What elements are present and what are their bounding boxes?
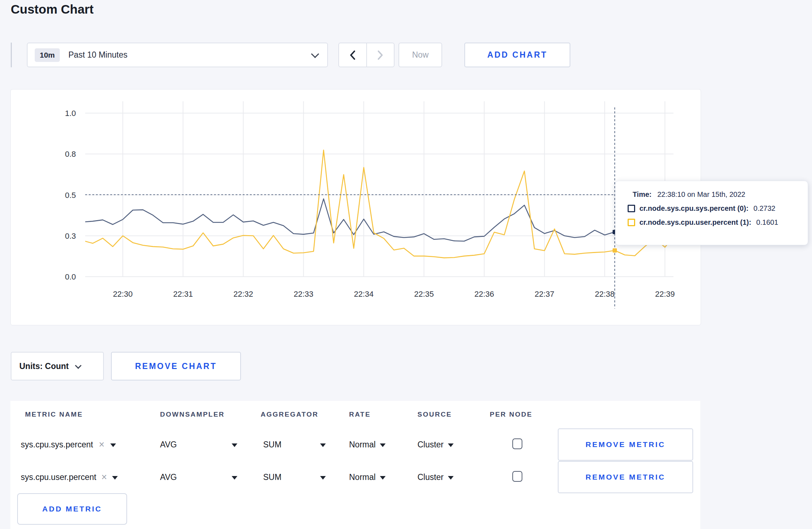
caret-down-icon [232,443,237,447]
source-select[interactable]: Cluster [417,428,454,461]
next-range-button[interactable] [367,43,394,67]
y-axis-label: 1.0 [65,109,76,118]
rate-value: Normal [349,440,376,450]
chevron-down-icon [75,362,81,369]
y-axis-label: 0.0 [65,272,76,281]
downsampler-value: AVG [160,472,177,482]
tooltip-series-value: 0.1601 [756,218,778,227]
chevron-down-icon [311,50,319,58]
remove-metric-button[interactable]: REMOVE METRIC [558,461,693,493]
y-axis-label: 0.3 [65,232,76,241]
x-axis-label: 22:39 [655,290,675,299]
col-header-per-node: PER NODE [490,411,532,418]
chevron-right-icon [377,50,384,60]
hover-marker-sys [613,230,617,234]
per-node-checkbox[interactable] [512,471,522,482]
clear-metric-icon[interactable]: × [101,472,107,483]
aggregator-value: SUM [263,440,281,450]
x-axis-label: 22:32 [233,290,253,299]
caret-down-icon [110,443,116,447]
rate-value: Normal [349,472,376,482]
x-axis-label: 22:37 [535,290,554,299]
time-range-select[interactable]: 10m Past 10 Minutes [27,43,328,67]
prev-range-button[interactable] [339,43,366,67]
metrics-table: METRIC NAME DOWNSAMPLER AGGREGATOR RATE … [10,401,700,529]
col-header-aggregator: AGGREGATOR [261,411,319,418]
source-value: Cluster [417,440,444,450]
x-axis-label: 22:33 [294,290,313,299]
metric-name-select[interactable]: sys.cpu.user.percent × [21,461,118,493]
source-select[interactable]: Cluster [417,461,454,493]
downsampler-select[interactable]: AVG [160,461,237,493]
page-title: Custom Chart [11,2,93,16]
x-axis-label: 22:36 [474,290,494,299]
remove-metric-button[interactable]: REMOVE METRIC [558,428,693,461]
time-range-pager [338,43,395,67]
caret-down-icon [448,443,454,447]
col-header-source: SOURCE [417,411,452,418]
caret-down-icon [380,443,386,447]
chart-card: 0.00.30.50.81.022:3022:3122:3222:3322:34… [10,89,701,325]
add-metric-button[interactable]: ADD METRIC [17,493,127,525]
aggregator-select[interactable]: SUM [263,461,326,493]
x-axis-label: 22:38 [595,290,614,299]
hover-marker-user [613,248,617,253]
rate-select[interactable]: Normal [349,461,386,493]
caret-down-icon [112,476,118,480]
units-label: Units: Count [19,361,69,371]
caret-down-icon [380,476,386,480]
chart-plot-area[interactable]: 0.00.30.50.81.022:3022:3122:3222:3322:34… [11,89,701,325]
line-chart: 0.00.30.50.81.022:3022:3122:3222:3322:34… [11,89,701,325]
units-select[interactable]: Units: Count [11,352,104,380]
x-axis-label: 22:34 [354,290,373,299]
clear-metric-icon[interactable]: × [99,439,105,450]
toolbar-divider [11,43,12,67]
now-button[interactable]: Now [398,43,442,67]
metric-name-select[interactable]: sys.cpu.sys.percent × [21,428,116,461]
col-header-downsampler: DOWNSAMPLER [160,411,225,418]
caret-down-icon [232,476,237,480]
y-axis-label: 0.8 [65,150,76,159]
col-header-metric-name: METRIC NAME [25,411,83,418]
col-header-rate: RATE [349,411,371,418]
add-chart-button[interactable]: ADD CHART [464,43,570,67]
metric-name-value: sys.cpu.sys.percent [21,440,93,450]
rate-select[interactable]: Normal [349,428,386,461]
caret-down-icon [448,476,454,480]
series-line-sys[interactable] [83,199,675,241]
caret-down-icon [320,443,326,447]
aggregator-value: SUM [263,472,281,482]
caret-down-icon [320,476,326,480]
time-window-badge: 10m [35,48,60,62]
remove-chart-button[interactable]: REMOVE CHART [111,352,241,380]
x-axis-label: 22:35 [414,290,434,299]
downsampler-select[interactable]: AVG [160,428,237,461]
per-node-checkbox[interactable] [512,438,522,449]
tooltip-series-value: 0.2732 [754,204,775,213]
x-axis-label: 22:30 [113,290,132,299]
x-axis-label: 22:31 [173,290,193,299]
aggregator-select[interactable]: SUM [263,428,326,461]
metric-name-value: sys.cpu.user.percent [21,472,96,482]
series-line-user[interactable] [83,150,675,258]
downsampler-value: AVG [160,440,177,450]
source-value: Cluster [417,472,444,482]
y-axis-label: 0.5 [65,191,76,200]
chevron-left-icon [349,50,356,60]
time-range-label: Past 10 Minutes [68,50,127,60]
